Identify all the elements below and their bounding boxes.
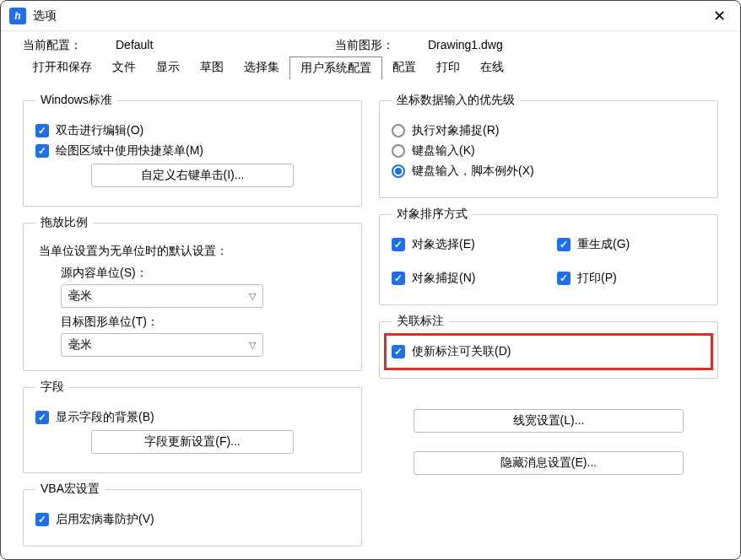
radio-keyboard-except-label: 键盘输入，脚本例外(X) (412, 164, 534, 179)
radio-object-snap[interactable] (392, 124, 405, 137)
vba-group: VBA宏设置 启用宏病毒防护(V) (23, 482, 362, 547)
vba-legend: VBA宏设置 (35, 482, 105, 497)
tab-online[interactable]: 在线 (470, 57, 514, 80)
tab-selection[interactable]: 选择集 (234, 57, 289, 80)
sort-group: 对象排序方式 对象选择(E) 重生成(G) 对象捕捉(N) 打印(P) (379, 207, 718, 305)
coord-priority-group: 坐标数据输入的优先级 执行对象捕捉(R) 键盘输入(K) 键盘输入，脚本例外(X… (379, 93, 718, 198)
tab-file[interactable]: 文件 (102, 57, 146, 80)
enable-av-checkbox[interactable] (35, 513, 49, 526)
window-title: 选项 (33, 8, 57, 24)
shortcut-menu-row[interactable]: 绘图区域中使用快捷菜单(M) (35, 143, 349, 159)
titlebar: h 选项 ✕ (1, 1, 740, 31)
scale-default-note: 当单位设置为无单位时的默认设置： (39, 244, 349, 259)
enable-av-label: 启用宏病毒防护(V) (56, 512, 154, 527)
config-row: 当前配置： Default 当前图形： Drawing1.dwg (1, 31, 740, 57)
regen-checkbox[interactable] (557, 238, 571, 251)
dbl-click-edit-label: 双击进行编辑(O) (56, 123, 143, 138)
regen-row[interactable]: 重生成(G) (557, 237, 706, 252)
tabs: 打开和保存 文件 显示 草图 选择集 用户系统配置 配置 打印 在线 (1, 57, 740, 81)
current-drawing-label: 当前图形： (335, 38, 394, 53)
hidden-msg-button[interactable]: 隐藏消息设置(E)... (414, 451, 684, 475)
lineweight-button[interactable]: 线宽设置(L)... (414, 409, 684, 433)
regen-label: 重生成(G) (577, 237, 630, 252)
coord-priority-legend: 坐标数据输入的优先级 (392, 93, 520, 108)
fields-group: 字段 显示字段的背景(B) 字段更新设置(F)... (23, 380, 362, 473)
obj-snap-label: 对象捕捉(N) (412, 271, 475, 286)
field-update-button[interactable]: 字段更新设置(F)... (91, 430, 294, 454)
radio-object-snap-label: 执行对象捕捉(R) (412, 123, 499, 138)
obj-snap-row[interactable]: 对象捕捉(N) (392, 271, 540, 286)
fields-legend: 字段 (35, 380, 69, 395)
shortcut-menu-label: 绘图区域中使用快捷菜单(M) (56, 143, 203, 159)
source-unit-value: 毫米 (68, 288, 92, 304)
current-config-value: Default (116, 38, 284, 53)
radio-keyboard-except-row[interactable]: 键盘输入，脚本例外(X) (392, 164, 706, 179)
assoc-dim-group: 关联标注 使新标注可关联(D) (379, 314, 718, 379)
app-icon: h (9, 8, 26, 24)
custom-rclick-button[interactable]: 自定义右键单击(I)... (91, 164, 294, 187)
chevron-down-icon: ▽ (249, 340, 256, 351)
radio-keyboard-except[interactable] (392, 164, 405, 178)
windows-standard-legend: Windows标准 (35, 93, 117, 108)
tab-sketch[interactable]: 草图 (190, 57, 234, 80)
obj-select-checkbox[interactable] (392, 238, 405, 251)
current-drawing-value: Drawing1.dwg (428, 38, 597, 53)
print-label: 打印(P) (577, 271, 617, 286)
tab-user-system[interactable]: 用户系统配置 (289, 57, 382, 80)
show-field-bg-row[interactable]: 显示字段的背景(B) (35, 410, 349, 425)
enable-av-row[interactable]: 启用宏病毒防护(V) (35, 512, 349, 527)
highlight-box: 使新标注可关联(D) (384, 333, 713, 370)
tab-open-save[interactable]: 打开和保存 (23, 57, 102, 80)
assoc-dim-legend: 关联标注 (392, 314, 449, 329)
footer: 确定 取消 应用(A) 帮助(H) (1, 555, 740, 560)
radio-keyboard[interactable] (392, 144, 405, 158)
obj-select-row[interactable]: 对象选择(E) (392, 237, 540, 252)
target-unit-value: 毫米 (68, 337, 92, 353)
chevron-down-icon: ▽ (249, 291, 256, 302)
scale-legend: 拖放比例 (35, 215, 93, 230)
show-field-bg-label: 显示字段的背景(B) (56, 410, 154, 425)
source-unit-select[interactable]: 毫米 ▽ (61, 284, 263, 308)
dbl-click-edit-row[interactable]: 双击进行编辑(O) (35, 123, 349, 138)
obj-snap-checkbox[interactable] (392, 272, 405, 285)
print-row[interactable]: 打印(P) (557, 271, 706, 286)
target-unit-select[interactable]: 毫米 ▽ (61, 333, 263, 357)
dbl-click-edit-checkbox[interactable] (35, 124, 49, 137)
sort-legend: 对象排序方式 (392, 207, 473, 222)
tab-display[interactable]: 显示 (146, 57, 190, 80)
close-button[interactable]: ✕ (706, 3, 732, 29)
shortcut-menu-checkbox[interactable] (35, 144, 49, 158)
scale-group: 拖放比例 当单位设置为无单位时的默认设置： 源内容单位(S)： 毫米 ▽ 目标图… (23, 215, 362, 371)
radio-keyboard-label: 键盘输入(K) (412, 143, 475, 159)
radio-keyboard-row[interactable]: 键盘输入(K) (392, 143, 706, 159)
print-checkbox[interactable] (557, 272, 571, 285)
target-unit-label: 目标图形单位(T)： (61, 315, 349, 330)
source-unit-label: 源内容单位(S)： (61, 266, 349, 281)
show-field-bg-checkbox[interactable] (35, 411, 49, 424)
current-config-label: 当前配置： (23, 38, 82, 53)
obj-select-label: 对象选择(E) (412, 237, 475, 252)
radio-object-snap-row[interactable]: 执行对象捕捉(R) (392, 123, 706, 138)
tab-print[interactable]: 打印 (426, 57, 470, 80)
make-assoc-label: 使新标注可关联(D) (412, 344, 511, 359)
tab-config[interactable]: 配置 (382, 57, 426, 80)
windows-standard-group: Windows标准 双击进行编辑(O) 绘图区域中使用快捷菜单(M) 自定义右键… (23, 93, 362, 207)
make-assoc-checkbox[interactable] (392, 345, 405, 358)
make-assoc-row[interactable]: 使新标注可关联(D) (392, 344, 706, 359)
